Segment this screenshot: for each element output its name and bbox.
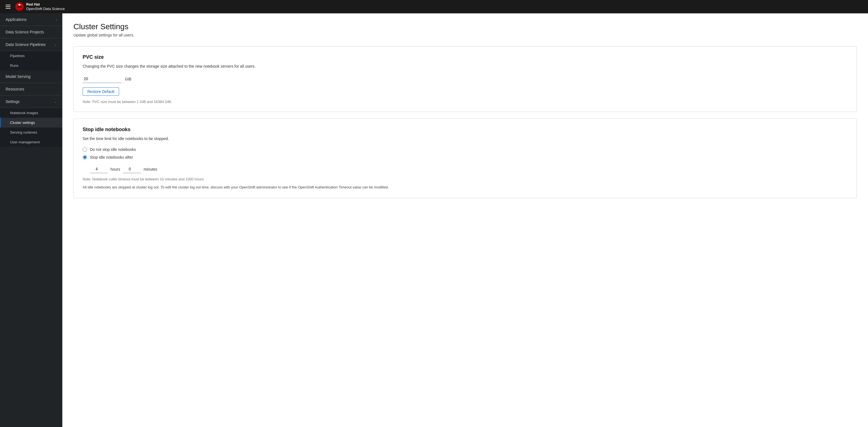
sidebar-item-dspipelines-label: Data Science Pipelines	[6, 42, 45, 47]
sidebar-item-cluster-settings[interactable]: Cluster settings	[0, 118, 62, 127]
chevron-down-icon: ⌄	[55, 43, 57, 46]
pvc-size-title: PVC size	[83, 54, 848, 60]
radio-stop-after-input[interactable]	[83, 155, 87, 159]
radio-do-not-stop-label: Do not stop idle notebooks	[90, 147, 136, 152]
pipelines-submenu: Pipelines Runs	[0, 51, 62, 70]
sidebar-item-pipelines[interactable]: Pipelines	[0, 51, 62, 61]
app-layout: Applications › Data Science Projects Dat…	[0, 13, 868, 427]
pvc-note: Note: PVC size must be between 1 GiB and…	[83, 100, 848, 104]
sidebar-item-dsp-label: Data Science Projects	[6, 30, 44, 34]
sidebar-item-resources[interactable]: Resources	[0, 83, 62, 95]
stop-idle-notebooks-section: Stop idle notebooks Set the time limit f…	[73, 119, 857, 198]
sidebar-item-runs[interactable]: Runs	[0, 61, 62, 70]
stop-idle-desc: Set the time limit for idle notebooks to…	[83, 136, 848, 142]
sidebar-item-resources-label: Resources	[6, 87, 24, 91]
sidebar-item-user-management[interactable]: User management	[0, 137, 62, 147]
sidebar: Applications › Data Science Projects Dat…	[0, 13, 62, 427]
page-subtitle: Update global settings for all users.	[73, 33, 857, 37]
sidebar-item-settings[interactable]: Settings ⌄	[0, 95, 62, 108]
minutes-label: minutes	[144, 167, 157, 172]
sidebar-item-model-serving[interactable]: Model Serving	[0, 70, 62, 83]
brand-top: Red Hat	[26, 2, 65, 7]
brand-text: Red Hat OpenShift Data Science	[26, 2, 65, 11]
pvc-size-section: PVC size Changing the PVC size changes t…	[73, 46, 857, 112]
sidebar-item-model-serving-label: Model Serving	[6, 74, 31, 79]
idle-note: Note: Notebook culler timeout must be be…	[83, 177, 848, 181]
hours-label: hours	[111, 167, 120, 172]
brand: Red Hat OpenShift Data Science	[15, 2, 65, 11]
pvc-unit-label: GiB	[125, 77, 131, 81]
sidebar-item-serving-runtimes[interactable]: Serving runtimes	[0, 127, 62, 137]
minutes-input[interactable]	[123, 165, 141, 173]
sidebar-item-applications-label: Applications	[6, 17, 27, 22]
sidebar-item-settings-label: Settings	[6, 99, 20, 104]
sidebar-item-data-science-pipelines[interactable]: Data Science Pipelines ⌄	[0, 38, 62, 51]
settings-submenu: Notebook images Cluster settings Serving…	[0, 108, 62, 147]
radio-do-not-stop[interactable]: Do not stop idle notebooks	[83, 147, 848, 152]
chevron-right-icon: ›	[56, 18, 57, 21]
all-idle-note: All idle notebooks are stopped at cluste…	[83, 185, 848, 190]
redhat-logo	[15, 2, 24, 11]
hamburger-menu[interactable]	[4, 4, 12, 10]
page-title: Cluster Settings	[73, 22, 857, 31]
time-input-row: hours minutes	[90, 165, 848, 173]
brand-bottom: OpenShift Data Science	[26, 7, 65, 11]
sidebar-item-notebook-images[interactable]: Notebook images	[0, 108, 62, 118]
sidebar-item-data-science-projects[interactable]: Data Science Projects	[0, 26, 62, 38]
sidebar-item-applications[interactable]: Applications ›	[0, 13, 62, 26]
restore-default-button[interactable]: Restore Default	[83, 87, 119, 96]
radio-do-not-stop-input[interactable]	[83, 147, 87, 152]
radio-stop-after-label: Stop idle notebooks after	[90, 155, 133, 159]
radio-group: Do not stop idle notebooks Stop idle not…	[83, 147, 848, 159]
radio-stop-after[interactable]: Stop idle notebooks after	[83, 155, 848, 159]
chevron-down-icon-settings: ⌄	[55, 100, 57, 103]
pvc-size-input[interactable]	[83, 75, 122, 83]
stop-idle-title: Stop idle notebooks	[83, 127, 848, 132]
main-content: Cluster Settings Update global settings …	[62, 13, 868, 427]
pvc-input-row: GiB	[83, 75, 848, 83]
pvc-size-desc: Changing the PVC size changes the storag…	[83, 63, 848, 69]
top-navbar: Red Hat OpenShift Data Science	[0, 0, 868, 13]
hours-input[interactable]	[90, 165, 108, 173]
